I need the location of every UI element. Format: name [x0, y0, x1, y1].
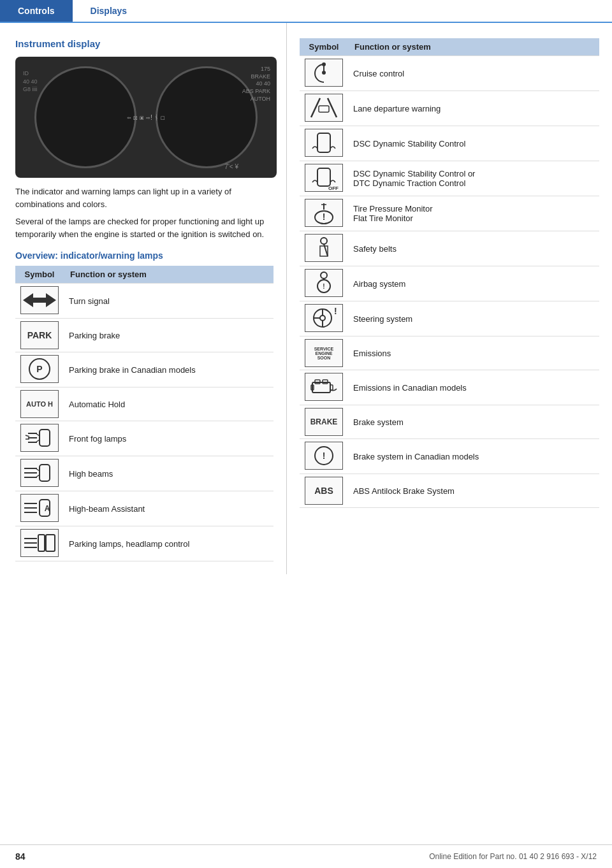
dash-icon-row: ⇦ ⊠ ▣ ⇨! ᚾ ☐: [127, 113, 165, 121]
symbol-cell-park-can: P: [15, 352, 64, 387]
brake-symbol: BRAKE: [305, 408, 343, 436]
function-dsc: DSC Dynamic Stability Control: [348, 126, 599, 161]
symbol-cell-autoh: AUTO H: [15, 387, 64, 421]
service-engine-symbol: SERVICE ENGINE SOON: [305, 339, 343, 367]
symbol-cell-turn: [15, 284, 64, 319]
function-tire: Tire Pressure MonitorFlat Tire Monitor: [348, 196, 599, 231]
function-emissions: Emissions: [348, 336, 599, 370]
table-row: OFF DSC Dynamic Stability Control orDTC …: [300, 161, 599, 196]
tab-displays[interactable]: Displays: [73, 0, 145, 22]
emissions-can-icon: [306, 373, 342, 400]
left-info: ID40 40G8 iiii: [23, 69, 38, 94]
symbol-cell-high: [15, 456, 64, 491]
function-highassist: High-beam Assistant: [64, 491, 273, 526]
svg-rect-33: [319, 106, 329, 112]
table-row: Emissions in Canadian models: [300, 370, 599, 405]
svg-rect-35: [317, 168, 330, 186]
symbol-cell-brake: BRAKE: [300, 405, 348, 439]
svg-rect-34: [317, 133, 330, 152]
parking-lamps-symbol: [20, 529, 59, 557]
right-table-header: Symbol Function or system: [300, 38, 599, 56]
turn-signal-icon: [22, 287, 57, 314]
lane-departure-icon: [306, 94, 342, 121]
function-airbag: Airbag system: [348, 266, 599, 301]
table-row: ! Steering system: [300, 301, 599, 336]
fog-lamp-symbol: [20, 424, 59, 452]
svg-text:!: !: [323, 283, 324, 290]
left-header-symbol: Symbol: [15, 266, 64, 284]
table-row: Lane departure warning: [300, 91, 599, 126]
svg-text:P: P: [36, 364, 42, 374]
high-beam-icon: [22, 459, 57, 486]
function-cruise: Cruise control: [348, 56, 599, 91]
table-row: Parking lamps, headlamp control: [15, 526, 273, 561]
right-header-function: Function or system: [348, 38, 599, 56]
steering-symbol: !: [305, 304, 343, 332]
right-column: Symbol Function or system Cruise con: [287, 23, 612, 574]
right-symbol-table: Symbol Function or system Cruise con: [300, 38, 599, 508]
table-row: DSC Dynamic Stability Control: [300, 126, 599, 161]
function-lane: Lane departure warning: [348, 91, 599, 126]
function-turn-signal: Turn signal: [64, 284, 273, 319]
table-row: High beams: [15, 456, 273, 491]
emissions-can-symbol: [305, 373, 343, 401]
table-row: AUTO H Automatic Hold: [15, 387, 273, 421]
tab-controls[interactable]: Controls: [0, 0, 73, 22]
svg-text:!: !: [334, 306, 337, 316]
table-row: Safety belts: [300, 231, 599, 266]
page-number: 84: [15, 851, 26, 862]
symbol-cell-seatbelt: [300, 231, 348, 266]
function-steering: Steering system: [348, 301, 599, 336]
function-parking-lamps: Parking lamps, headlamp control: [64, 526, 273, 561]
symbol-cell-abs: ABS: [300, 474, 348, 508]
dsc-off-symbol: OFF: [305, 164, 343, 192]
symbol-cell-park: PARK: [15, 319, 64, 352]
function-high: High beams: [64, 456, 273, 491]
tab-bar: Controls Displays: [0, 0, 612, 23]
function-seatbelt: Safety belts: [348, 231, 599, 266]
svg-rect-12: [40, 465, 50, 481]
high-beam-symbol: [20, 459, 59, 487]
lane-departure-symbol: [305, 94, 343, 122]
svg-rect-26: [38, 535, 45, 551]
table-row: ABS ABS Antilock Brake System: [300, 474, 599, 508]
section-title: Instrument display: [15, 38, 273, 49]
function-abs: ABS Antilock Brake System: [348, 474, 599, 508]
function-dsc-off: DSC Dynamic Stability Control orDTC Dyna…: [348, 161, 599, 196]
airbag-symbol: !: [305, 269, 343, 297]
table-row: ! Brake system in Canadian models: [300, 439, 599, 474]
symbol-cell-tire: !: [300, 196, 348, 231]
svg-rect-27: [46, 535, 55, 551]
symbol-cell-steering: !: [300, 301, 348, 336]
steering-icon: !: [306, 305, 342, 331]
svg-point-46: [320, 315, 325, 321]
dash-bottom: 7'< ¥: [224, 163, 238, 170]
description-1: The indicator and warning lamps can ligh…: [15, 185, 273, 210]
center-icons: ⇦ ⊠ ▣ ⇨! ᚾ ☐: [127, 113, 165, 121]
right-header-symbol: Symbol: [300, 38, 348, 56]
symbol-cell-parking-lamps: [15, 526, 64, 561]
svg-text:A: A: [45, 504, 50, 513]
svg-marker-1: [33, 293, 56, 307]
svg-point-41: [321, 272, 327, 278]
function-fog: Front fog lamps: [64, 421, 273, 456]
svg-point-28: [322, 62, 326, 66]
parking-brake-can-icon: P: [22, 356, 57, 382]
left-header-function: Function or system: [64, 266, 273, 284]
dsc-off-icon: OFF: [306, 164, 342, 191]
high-beam-assist-icon: A: [22, 495, 57, 521]
function-emissions-can: Emissions in Canadian models: [348, 370, 599, 405]
table-row: BRAKE Brake system: [300, 405, 599, 439]
svg-text:!: !: [323, 451, 326, 461]
left-symbol-table: Symbol Function or system Turn signal: [15, 266, 273, 561]
symbol-cell-dsc-off: OFF: [300, 161, 348, 196]
function-brake: Brake system: [348, 405, 599, 439]
description-2: Several of the lamps are checked for pro…: [15, 215, 273, 240]
svg-rect-4: [40, 430, 50, 446]
parking-lamps-icon: [22, 530, 57, 556]
function-autoh: Automatic Hold: [64, 387, 273, 421]
airbag-icon: !: [306, 270, 342, 296]
right-info: 175BRAKE40 40ABS PARKAUTOH: [242, 66, 270, 103]
parking-brake-symbol: PARK: [20, 321, 59, 349]
table-row: Front fog lamps: [15, 421, 273, 456]
